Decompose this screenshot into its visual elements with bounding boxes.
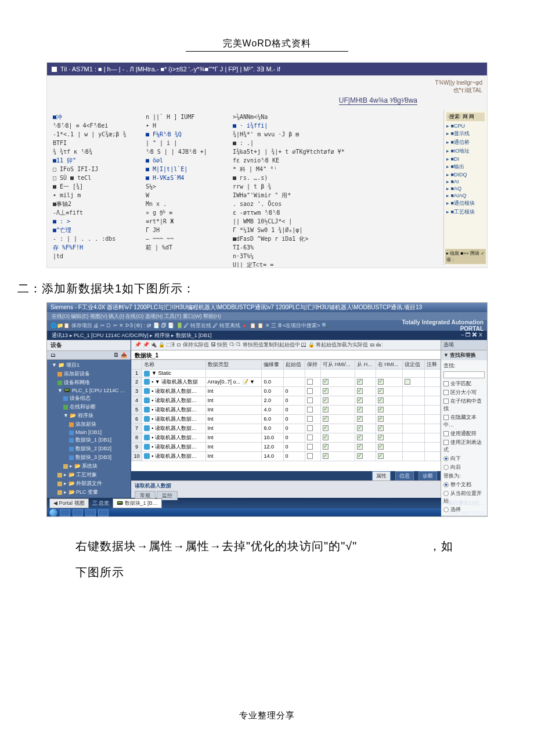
cell[interactable]: ▪ 读取机器人数据… bbox=[142, 442, 206, 451]
cell[interactable] bbox=[424, 451, 440, 461]
cell[interactable]: 1 bbox=[132, 370, 142, 378]
radio-icon[interactable] bbox=[443, 507, 449, 512]
cell[interactable]: 5 bbox=[132, 405, 142, 414]
expand-icon[interactable] bbox=[144, 444, 150, 450]
cell[interactable] bbox=[376, 451, 403, 461]
cell[interactable] bbox=[424, 396, 440, 405]
cell[interactable] bbox=[355, 414, 376, 424]
tree-item[interactable]: ▼ 📁 项目1 bbox=[52, 361, 128, 370]
f2-center-toolbar[interactable]: 📌 📌 🔌 🔒 ⬚∃ 🗆 保持实际值 🖫 快照 🗬 🗬 将快照值复制到起始值中 … bbox=[131, 340, 441, 350]
retain-checkbox[interactable] bbox=[307, 397, 313, 403]
cell[interactable]: 0 bbox=[283, 405, 305, 414]
rp-item[interactable]: ■显示线 bbox=[446, 129, 485, 138]
cell[interactable] bbox=[355, 386, 376, 396]
retain-checkbox[interactable] bbox=[307, 379, 313, 385]
cell[interactable]: ▪ ▼ 读取机器人数据 bbox=[142, 377, 206, 386]
rp-item[interactable]: ■AIAQ bbox=[446, 192, 485, 199]
rp-option[interactable]: 区分大小写 bbox=[443, 388, 485, 397]
checkbox-icon[interactable] bbox=[443, 381, 449, 386]
checkbox-icon[interactable] bbox=[323, 407, 329, 413]
expand-icon[interactable] bbox=[144, 416, 150, 422]
rp-item[interactable]: ■通信桥 bbox=[446, 138, 485, 147]
cell[interactable] bbox=[321, 377, 355, 386]
cell[interactable]: 8.0 bbox=[262, 424, 283, 433]
col-header[interactable] bbox=[132, 360, 142, 370]
col-header[interactable]: 名称 bbox=[142, 360, 206, 370]
expand-icon[interactable] bbox=[144, 453, 150, 459]
table-row[interactable]: 10▪ 读取机器人数据…Int14.00 bbox=[132, 451, 441, 461]
radio-down-icon[interactable] bbox=[443, 456, 449, 461]
retain-checkbox[interactable] bbox=[307, 416, 313, 422]
expand-icon[interactable] bbox=[144, 379, 150, 385]
f2-props-bar[interactable]: 属性 信息 诊断 bbox=[131, 471, 441, 480]
checkbox-icon[interactable] bbox=[378, 425, 384, 431]
cell[interactable]: Array[0..7] o... 📝 ▼ bbox=[205, 377, 262, 386]
cell[interactable]: ▪ 读取机器人数据… bbox=[142, 424, 206, 433]
rp-item[interactable]: ■输出 bbox=[446, 162, 485, 171]
cell[interactable] bbox=[321, 442, 355, 451]
tree-item[interactable]: Main [OB1] bbox=[52, 429, 128, 436]
expand-icon[interactable] bbox=[144, 397, 150, 403]
table-row[interactable]: 6▪ 读取机器人数据…Int6.00 bbox=[132, 414, 441, 424]
table-row[interactable]: 4▪ 读取机器人数据…Int2.00 bbox=[132, 396, 441, 405]
cell[interactable]: 0 bbox=[283, 386, 305, 396]
tree-item[interactable]: ▼ 📂 程序块 bbox=[52, 411, 128, 420]
col-header[interactable]: 起始值 bbox=[283, 360, 305, 370]
tree-sub-right[interactable]: 🖻 📤 bbox=[114, 352, 127, 358]
cell[interactable] bbox=[403, 433, 424, 442]
col-header[interactable]: 可从 HMI/... bbox=[321, 360, 355, 370]
cell[interactable]: ▪ 读取机器人数据… bbox=[142, 451, 206, 461]
cell[interactable] bbox=[376, 386, 403, 396]
cell[interactable] bbox=[305, 433, 320, 442]
tree-item[interactable]: 数据块_1 [DB1] bbox=[52, 436, 128, 444]
cell[interactable]: ▪ 读取机器人数据… bbox=[142, 405, 206, 414]
checkbox-icon[interactable] bbox=[357, 453, 363, 459]
cell[interactable]: Int bbox=[205, 396, 262, 405]
checkbox-icon[interactable] bbox=[378, 444, 384, 450]
tree-item[interactable]: ▸ 📂 工艺对象 bbox=[52, 471, 128, 479]
cell[interactable]: 0 bbox=[283, 451, 305, 461]
retain-checkbox[interactable] bbox=[307, 435, 313, 440]
cell[interactable] bbox=[424, 405, 440, 414]
tab-diag[interactable]: 诊断 bbox=[418, 471, 437, 481]
rp-option[interactable]: 全字匹配 bbox=[443, 379, 485, 388]
cell[interactable] bbox=[321, 414, 355, 424]
rp-options1[interactable]: 全字匹配区分大小写在子结构中查找在隐藏文本中…使用通配符使用正则表达式 bbox=[443, 379, 485, 454]
find-input[interactable] bbox=[443, 371, 485, 378]
cell[interactable] bbox=[305, 424, 320, 433]
cell[interactable] bbox=[355, 451, 376, 461]
expand-icon[interactable] bbox=[144, 425, 150, 431]
cell[interactable]: 9 bbox=[132, 442, 142, 451]
tree-item[interactable]: 设备和网络 bbox=[52, 378, 128, 387]
f2-table-body[interactable]: 1▼ Static2▪ ▼ 读取机器人数据Array[0..7] o... 📝 … bbox=[132, 370, 441, 461]
radio-icon[interactable] bbox=[443, 482, 449, 487]
cell[interactable] bbox=[305, 405, 320, 414]
table-row[interactable]: 9▪ 读取机器人数据…Int12.00 bbox=[132, 442, 441, 451]
checkbox-icon[interactable] bbox=[357, 388, 363, 394]
checkbox-icon[interactable] bbox=[357, 379, 363, 385]
checkbox-icon[interactable] bbox=[323, 435, 329, 440]
cell[interactable] bbox=[355, 370, 376, 378]
checkbox-icon[interactable] bbox=[443, 399, 449, 404]
cell[interactable] bbox=[321, 451, 355, 461]
cell[interactable] bbox=[376, 442, 403, 451]
rp-group[interactable]: 整个文档从当前位置开始选择 bbox=[443, 480, 485, 514]
cell[interactable]: 7 bbox=[132, 424, 142, 433]
cell[interactable]: Int bbox=[205, 386, 262, 396]
checkbox-icon[interactable] bbox=[357, 435, 363, 440]
cell[interactable] bbox=[355, 377, 376, 386]
cell[interactable] bbox=[305, 370, 320, 378]
checkbox-icon[interactable] bbox=[378, 416, 384, 422]
f2-rightpane[interactable]: 选项 ▼ 查找和替换 查找: 全字匹配区分大小写在子结构中查找在隐藏文本中…使用… bbox=[441, 340, 487, 498]
tree-item[interactable]: 添加新设备 bbox=[52, 370, 128, 378]
cell[interactable] bbox=[321, 405, 355, 414]
cell[interactable] bbox=[403, 386, 424, 396]
cell[interactable] bbox=[376, 433, 403, 442]
col-header[interactable]: 在 HMI... bbox=[376, 360, 403, 370]
cell[interactable]: 6 bbox=[132, 414, 142, 424]
cell[interactable] bbox=[403, 370, 424, 378]
cell[interactable] bbox=[403, 414, 424, 424]
tree-item[interactable]: 数据块_3 [DB3] bbox=[52, 453, 128, 462]
col-header[interactable]: 数据类型 bbox=[205, 360, 262, 370]
cell[interactable]: 14.0 bbox=[262, 451, 283, 461]
